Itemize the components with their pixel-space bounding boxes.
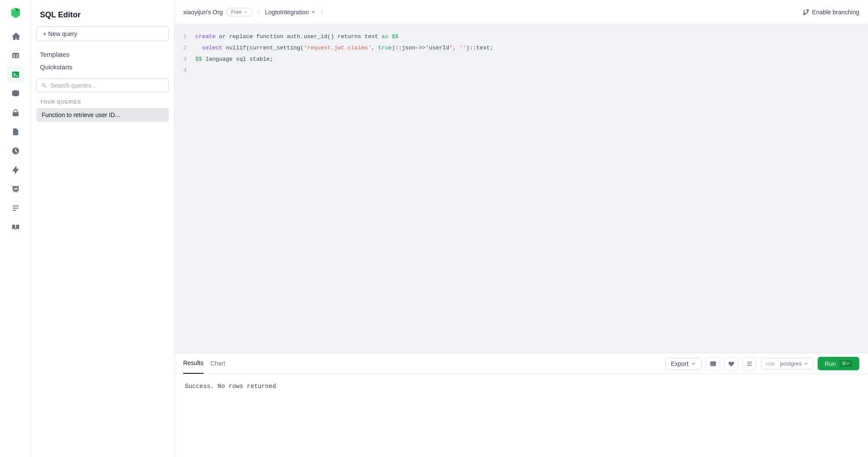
nav-sql-editor[interactable] bbox=[7, 66, 24, 83]
separator-2: / bbox=[321, 8, 323, 16]
nav-logs[interactable] bbox=[7, 199, 24, 217]
sidebar-title: SQL Editor bbox=[36, 7, 169, 26]
menu-icon bbox=[746, 360, 753, 367]
role-chevron-icon bbox=[803, 361, 809, 366]
nav-home[interactable] bbox=[7, 28, 24, 45]
code-line-1: 1 create or replace function auth.user_i… bbox=[174, 31, 868, 42]
line-content-1: create or replace function auth.user_id(… bbox=[195, 32, 868, 42]
export-button[interactable]: Export bbox=[665, 358, 702, 370]
branch-icon bbox=[802, 9, 809, 16]
nav-realtime[interactable] bbox=[7, 142, 24, 160]
icon-bar bbox=[0, 0, 31, 457]
sidebar-templates-link[interactable]: Templates bbox=[36, 48, 169, 61]
code-line-2: 2 select nullif(current_setting('request… bbox=[174, 42, 868, 54]
code-line-3: 3 $$ language sql stable; bbox=[174, 54, 868, 65]
search-icon bbox=[41, 82, 47, 88]
line-num-2: 2 bbox=[174, 43, 195, 53]
line-num-4: 4 bbox=[174, 66, 195, 75]
enable-branching-button[interactable]: Enable branching bbox=[802, 9, 859, 16]
topbar: xiaoyijun's Org Free / LogtoIntegration … bbox=[174, 0, 868, 24]
separator-1: / bbox=[258, 8, 260, 16]
new-query-button[interactable]: + New query bbox=[36, 26, 169, 41]
app-logo[interactable] bbox=[8, 5, 23, 21]
role-selector[interactable]: role postgres bbox=[761, 358, 813, 369]
search-input[interactable] bbox=[50, 82, 164, 89]
main-content: xiaoyijun's Org Free / LogtoIntegration … bbox=[174, 0, 868, 457]
plan-chevron-icon bbox=[243, 10, 248, 14]
result-content: Success. No rows returned bbox=[174, 374, 868, 398]
nav-edge-functions[interactable] bbox=[7, 161, 24, 179]
line-content-2: select nullif(current_setting('request.j… bbox=[195, 43, 868, 53]
run-button[interactable]: Run ⌘↵ bbox=[818, 357, 859, 370]
svg-point-6 bbox=[803, 13, 805, 15]
line-num-3: 3 bbox=[174, 55, 195, 64]
bottom-actions: Export role postgres bbox=[665, 357, 859, 371]
sidebar-quickstarts-link[interactable]: Quickstarts bbox=[36, 61, 169, 73]
queries-section-label: YOUR QUERIES bbox=[36, 98, 169, 108]
settings-button[interactable] bbox=[743, 357, 756, 371]
code-editor[interactable]: 1 create or replace function auth.user_i… bbox=[174, 24, 868, 353]
tab-chart[interactable]: Chart bbox=[210, 353, 225, 374]
bottom-panel: Results Chart Export bbox=[174, 353, 868, 457]
nav-docs[interactable] bbox=[7, 219, 24, 236]
heart-icon bbox=[728, 360, 735, 367]
search-box bbox=[36, 78, 169, 92]
tab-results[interactable]: Results bbox=[183, 353, 204, 374]
favorite-button[interactable] bbox=[724, 357, 738, 371]
nav-table[interactable] bbox=[7, 47, 24, 64]
sidebar: SQL Editor + New query Templates Quickst… bbox=[31, 0, 174, 457]
keyboard-shortcut-button[interactable] bbox=[706, 357, 720, 371]
plan-badge[interactable]: Free bbox=[226, 8, 253, 16]
nav-auth[interactable] bbox=[7, 104, 24, 121]
nav-storage[interactable] bbox=[7, 123, 24, 140]
svg-point-5 bbox=[807, 10, 809, 11]
editor-area: 1 create or replace function auth.user_i… bbox=[174, 24, 868, 457]
export-chevron-icon bbox=[691, 361, 696, 366]
bottom-tabs-bar: Results Chart Export bbox=[174, 353, 868, 374]
code-line-4: 4 bbox=[174, 65, 868, 76]
org-name: xiaoyijun's Org bbox=[183, 9, 223, 16]
project-name[interactable]: LogtoIntegration bbox=[265, 9, 316, 16]
run-shortcut-hint: ⌘↵ bbox=[839, 360, 852, 367]
nav-database[interactable] bbox=[7, 85, 24, 102]
keyboard-icon bbox=[710, 360, 717, 367]
line-num-1: 1 bbox=[174, 32, 195, 42]
query-item[interactable]: Function to retrieve user ID... bbox=[36, 108, 169, 122]
line-content-3: $$ language sql stable; bbox=[195, 55, 868, 64]
nav-reports[interactable] bbox=[7, 180, 24, 198]
project-chevron-icon bbox=[311, 10, 316, 15]
